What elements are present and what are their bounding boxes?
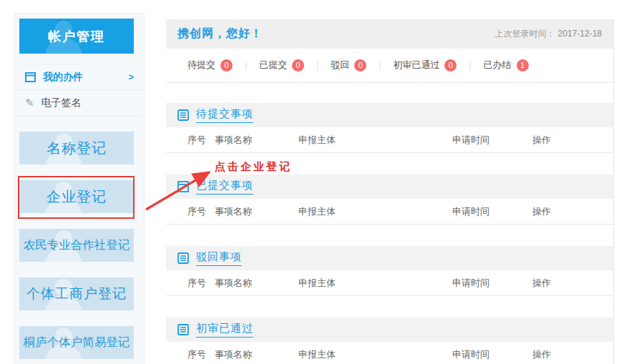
section-title[interactable]: 驳回事项	[196, 250, 242, 266]
count-badge: 0	[292, 59, 304, 72]
chevron-right-icon: >	[128, 72, 134, 82]
tab-pending-submit[interactable]: 待提交 0	[187, 59, 233, 72]
name-registration-button[interactable]: 名称登记	[19, 132, 134, 164]
table-header-row: 序号 事项名称 申报主体 申请时间 操作	[166, 270, 613, 296]
col-apply-time: 申请时间	[452, 342, 489, 364]
col-seq: 序号	[187, 199, 206, 225]
count-badge: 0	[354, 59, 366, 72]
tonglu-simple-registration-button[interactable]: 桐庐个体户简易登记	[19, 326, 134, 359]
farmers-cooperative-registration-button[interactable]: 农民专业合作社登记	[19, 229, 134, 262]
table-header-row: 序号 事项名称 申报主体 申请时间 操作	[166, 199, 613, 225]
account-management-button[interactable]: 帐户管理	[19, 19, 134, 54]
col-applicant: 申报主体	[298, 199, 336, 225]
section-header: 已提交事项	[166, 174, 613, 199]
col-actions: 操作	[532, 199, 551, 225]
col-seq: 序号	[187, 342, 206, 364]
col-seq: 序号	[187, 270, 206, 296]
section-title[interactable]: 已提交事项	[196, 179, 253, 195]
sidebar-item-label: 电子签名	[42, 97, 82, 109]
section-submitted: 已提交事项 序号 事项名称 申报主体 申请时间 操作	[166, 174, 613, 225]
status-tabs: 待提交 0 | 已提交 0 | 驳回 0 | 初审已通过 0 | 已办结 1	[166, 49, 613, 83]
sidebar: 帐户管理 我的办件 > ✎ 电子签名 名称登记 企业登记 农民专业合作社登记	[14, 13, 145, 364]
count-badge: 1	[517, 59, 529, 72]
section-initial-approved: 初审已通过 序号 事项名称 申报主体 申请时间 操作	[166, 318, 613, 364]
individual-business-registration-button[interactable]: 个体工商户登记	[19, 277, 134, 310]
sidebar-item-label: 我的办件	[43, 71, 83, 84]
col-item-name: 事项名称	[215, 199, 252, 225]
separator: |	[469, 60, 471, 70]
col-item-name: 事项名称	[215, 127, 252, 153]
document-lines-icon	[177, 109, 189, 121]
tab-completed[interactable]: 已办结 1	[484, 59, 529, 72]
app-window: 帐户管理 我的办件 > ✎ 电子签名 名称登记 企业登记 农民专业合作社登记	[0, 0, 624, 364]
col-actions: 操作	[532, 127, 551, 153]
last-login-value: 2017-12-18	[558, 29, 602, 39]
col-apply-time: 申请时间	[452, 127, 489, 153]
table-header-row: 序号 事项名称 申报主体 申请时间 操作	[166, 127, 613, 153]
section-title[interactable]: 待提交事项	[196, 107, 253, 123]
section-header: 驳回事项	[166, 246, 613, 270]
col-apply-time: 申请时间	[452, 270, 489, 296]
col-applicant: 申报主体	[298, 127, 336, 153]
count-badge: 0	[220, 59, 233, 72]
section-pending-submit: 待提交事项 序号 事项名称 申报主体 申请时间 操作	[166, 103, 613, 153]
document-lines-icon	[177, 324, 189, 335]
tab-initial-approved[interactable]: 初审已通过 0	[393, 59, 457, 72]
section-rejected: 驳回事项 序号 事项名称 申报主体 申请时间 操作	[166, 246, 613, 296]
col-item-name: 事项名称	[215, 270, 252, 296]
last-login: 上次登录时间：2017-12-18	[495, 28, 602, 40]
sidebar-menu: 我的办件 > ✎ 电子签名	[15, 64, 144, 116]
window-icon	[25, 72, 36, 82]
sidebar-item-my-documents[interactable]: 我的办件 >	[15, 64, 144, 89]
col-applicant: 申报主体	[298, 270, 336, 296]
window-icon	[177, 181, 189, 192]
greeting-text: 携创网，您好！	[177, 26, 263, 41]
col-apply-time: 申请时间	[452, 199, 489, 225]
main-content: 携创网，您好！ 上次登录时间：2017-12-18 待提交 0 | 已提交 0 …	[166, 19, 614, 364]
last-login-label: 上次登录时间：	[495, 29, 555, 39]
col-seq: 序号	[187, 127, 206, 153]
account-management-label: 帐户管理	[48, 28, 105, 45]
section-header: 初审已通过	[166, 318, 613, 342]
section-header: 待提交事项	[166, 103, 613, 127]
enterprise-registration-button[interactable]: 企业登记	[19, 180, 134, 213]
welcome-bar: 携创网，您好！ 上次登录时间：2017-12-18	[166, 19, 613, 49]
tab-rejected[interactable]: 驳回 0	[331, 59, 366, 72]
annotation-label: 点击企业登记	[215, 160, 292, 174]
separator: |	[316, 60, 318, 70]
section-title[interactable]: 初审已通过	[196, 322, 253, 338]
table-header-row: 序号 事项名称 申报主体 申请时间 操作	[166, 342, 613, 364]
separator: |	[379, 60, 381, 70]
pen-icon: ✎	[25, 97, 34, 109]
sidebar-item-esignature[interactable]: ✎ 电子签名	[15, 89, 144, 115]
count-badge: 0	[444, 59, 457, 72]
col-item-name: 事项名称	[215, 342, 252, 364]
col-actions: 操作	[532, 270, 551, 296]
col-actions: 操作	[532, 342, 551, 364]
col-applicant: 申报主体	[298, 342, 336, 364]
tab-submitted[interactable]: 已提交 0	[259, 59, 304, 72]
separator: |	[245, 60, 247, 70]
document-lines-icon	[177, 252, 189, 264]
